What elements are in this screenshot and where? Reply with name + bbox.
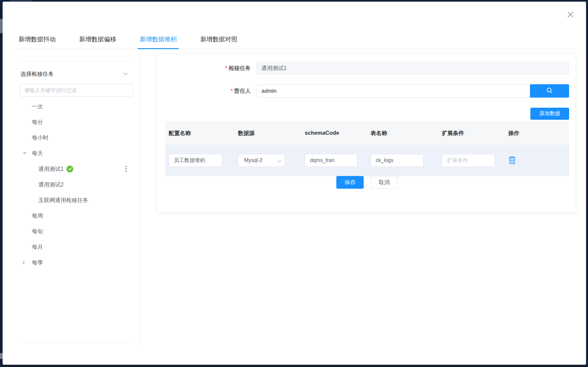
tree-item-general-test-2[interactable]: 通用测试2 xyxy=(3,177,141,192)
column-header-config-name: 配置名称 xyxy=(169,129,238,137)
tree-item-quarterly[interactable]: 每季 xyxy=(3,255,141,270)
config-name-input[interactable] xyxy=(169,154,222,167)
tree-item-internet-general-task[interactable]: 互联网通用检核任务 xyxy=(3,192,141,208)
kebab-menu-icon[interactable] xyxy=(124,166,128,172)
tree-item-every-minute[interactable]: 每分 xyxy=(3,114,141,130)
column-header-schemacode: schemaCode xyxy=(305,130,371,136)
tree-item-general-test-1[interactable]: 通用测试1 xyxy=(3,161,141,177)
owner-input[interactable] xyxy=(256,84,530,98)
column-header-actions: 操作 xyxy=(508,129,566,137)
cancel-button[interactable]: 取消 xyxy=(371,176,398,189)
task-tree: 一次 每分 每小时 每天 通用测试1 通用测试2 xyxy=(3,99,141,270)
tab-bar: 新增数据抖动 新增数据偏移 新增数据堆积 新增数据对照 xyxy=(3,29,586,49)
required-asterisk: * xyxy=(225,65,227,71)
form-card: *检核任务 *责任人 添加数据 配置名称 数据源 schemaCode 表名称 … xyxy=(157,54,575,212)
backdrop-app-sliver xyxy=(0,353,3,359)
table-name-input[interactable] xyxy=(371,154,424,167)
task-sidebar: 选择检核任务 一次 每分 每小时 每天 通用测试1 xyxy=(3,54,141,351)
required-asterisk: * xyxy=(231,88,233,94)
tree-item-once[interactable]: 一次 xyxy=(3,99,141,114)
tab-new-data-accumulation[interactable]: 新增数据堆积 xyxy=(139,29,177,49)
tab-new-data-offset[interactable]: 新增数据偏移 xyxy=(78,29,117,49)
column-header-ext-condition: 扩展条件 xyxy=(442,129,508,137)
divider xyxy=(19,343,133,343)
dialog: 新增数据抖动 新增数据偏移 新增数据堆积 新增数据对照 选择检核任务 一次 每分… xyxy=(3,2,586,365)
chevron-down-icon xyxy=(277,158,282,164)
tree-filter-input[interactable] xyxy=(20,84,133,97)
sidebar-title: 选择检核任务 xyxy=(21,70,54,78)
add-data-button[interactable]: 添加数据 xyxy=(530,108,569,120)
caret-right-icon[interactable] xyxy=(23,261,25,265)
caret-down-icon[interactable] xyxy=(23,152,27,155)
schema-code-input[interactable] xyxy=(305,154,357,167)
divider xyxy=(19,61,133,62)
tree-item-daily[interactable]: 每天 xyxy=(3,145,141,161)
tree-item-weekly[interactable]: 每周 xyxy=(3,208,141,224)
datasource-select[interactable]: Mysql-2 xyxy=(238,154,285,167)
tab-new-data-comparison[interactable]: 新增数据对照 xyxy=(200,29,238,49)
tab-new-data-jitter[interactable]: 新增数据抖动 xyxy=(18,29,56,49)
owner-search-button[interactable] xyxy=(530,84,569,98)
check-circle-icon xyxy=(66,166,73,172)
ext-condition-input[interactable] xyxy=(442,154,495,167)
tree-item-monthly[interactable]: 每月 xyxy=(3,239,141,255)
chevron-down-icon xyxy=(123,71,128,77)
backdrop-app-sliver xyxy=(0,19,3,33)
owner-field-label: *责任人 xyxy=(157,85,251,97)
datasource-select-value: Mysql-2 xyxy=(244,157,262,163)
tree-item-every-ten-days[interactable]: 每旬 xyxy=(3,224,141,239)
sidebar-collapse-header[interactable]: 选择检核任务 xyxy=(21,69,128,79)
close-button[interactable] xyxy=(566,11,575,20)
tree-item-hourly[interactable]: 每小时 xyxy=(3,130,141,145)
table-header-row: 配置名称 数据源 schemaCode 表名称 扩展条件 操作 xyxy=(165,121,569,145)
save-button[interactable]: 保存 xyxy=(336,176,364,189)
column-header-table-name: 表名称 xyxy=(371,129,442,137)
table-row: Mysql-2 xyxy=(165,145,569,176)
delete-row-button[interactable] xyxy=(508,156,518,165)
task-field-label: *检核任务 xyxy=(157,62,251,75)
task-name-input xyxy=(256,62,569,75)
column-header-datasource: 数据源 xyxy=(238,129,305,137)
trash-icon xyxy=(508,156,516,165)
close-icon xyxy=(567,11,574,20)
search-icon xyxy=(546,87,553,95)
